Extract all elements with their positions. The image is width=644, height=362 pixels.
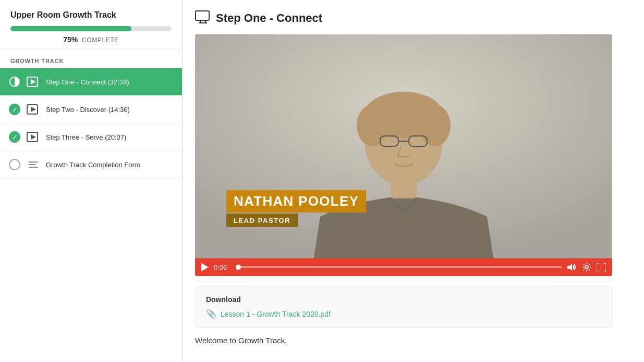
status-icon-step-one bbox=[8, 76, 21, 88]
video-icon-step-three bbox=[26, 130, 41, 144]
svg-marker-23 bbox=[201, 263, 209, 271]
svg-marker-24 bbox=[567, 264, 572, 271]
welcome-text: Welcome to Growth Track. bbox=[195, 336, 612, 345]
sidebar-item-step-one[interactable]: Step One - Connect (32:38) bbox=[0, 68, 182, 96]
download-label: Download bbox=[206, 295, 601, 304]
video-thumbnail: NATHAN POOLEY LEAD PASTOR bbox=[195, 34, 612, 258]
time-display: 0:06 bbox=[214, 264, 232, 271]
name-overlay: NATHAN POOLEY LEAD PASTOR bbox=[226, 190, 366, 227]
status-icon-step-three: ✓ bbox=[8, 131, 21, 143]
monitor-svg bbox=[195, 10, 211, 24]
lines-icon bbox=[29, 161, 38, 168]
settings-icon bbox=[582, 263, 591, 272]
check-icon-step-three: ✓ bbox=[9, 131, 20, 143]
name-bar: NATHAN POOLEY bbox=[226, 190, 366, 213]
half-circle-icon bbox=[9, 76, 20, 88]
paperclip-icon: 📎 bbox=[206, 309, 216, 319]
item-label-step-three: Step Three - Serve (20:07) bbox=[46, 133, 126, 141]
svg-marker-2 bbox=[31, 79, 36, 84]
play-icon bbox=[201, 263, 209, 271]
section-label: GROWTH TRACK bbox=[0, 49, 182, 68]
download-link[interactable]: 📎 Lesson 1 - Growth Track 2020.pdf bbox=[206, 309, 601, 319]
person-name: NATHAN POOLEY bbox=[234, 193, 359, 209]
status-icon-step-two: ✓ bbox=[8, 103, 21, 116]
volume-icon bbox=[567, 263, 577, 271]
progress-percent: 75% bbox=[63, 35, 78, 44]
person-title: LEAD PASTOR bbox=[234, 217, 290, 224]
empty-circle-icon bbox=[9, 159, 20, 170]
content-header: Step One - Connect bbox=[195, 10, 631, 26]
progress-suffix: COMPLETE bbox=[82, 36, 119, 44]
item-label-form: Growth Track Completion Form bbox=[46, 161, 140, 169]
fullscreen-button[interactable] bbox=[597, 263, 606, 271]
video-box-icon-2 bbox=[27, 104, 40, 115]
content-title: Step One - Connect bbox=[216, 11, 322, 25]
volume-button[interactable] bbox=[567, 263, 577, 271]
fullscreen-icon bbox=[597, 263, 606, 271]
sidebar-header: Upper Room Growth Track 75% COMPLETE bbox=[0, 0, 182, 49]
video-icon-step-one bbox=[26, 74, 41, 89]
download-file-name: Lesson 1 - Growth Track 2020.pdf bbox=[221, 310, 331, 318]
svg-point-25 bbox=[585, 266, 588, 269]
monitor-icon bbox=[195, 10, 211, 26]
video-icon-step-two bbox=[26, 102, 41, 117]
svg-rect-7 bbox=[196, 11, 209, 20]
sidebar-item-step-two[interactable]: ✓ Step Two - Discover (14:36) bbox=[0, 96, 182, 123]
play-button[interactable] bbox=[201, 263, 209, 271]
video-progress-bar[interactable] bbox=[237, 266, 562, 268]
progress-bar-track bbox=[10, 26, 172, 31]
video-box-icon-3 bbox=[27, 132, 40, 142]
form-icon bbox=[26, 157, 41, 172]
svg-point-16 bbox=[357, 105, 388, 146]
item-label-step-two: Step Two - Discover (14:36) bbox=[46, 106, 130, 114]
svg-marker-4 bbox=[31, 107, 36, 112]
item-label-step-one: Step One - Connect (32:38) bbox=[46, 78, 129, 86]
main-content: Step One - Connect bbox=[183, 0, 644, 362]
sidebar-item-step-three[interactable]: ✓ Step Three - Serve (20:07) bbox=[0, 123, 182, 151]
settings-button[interactable] bbox=[582, 263, 591, 272]
svg-point-22 bbox=[427, 222, 474, 248]
sidebar-title: Upper Room Growth Track bbox=[10, 10, 172, 20]
sidebar: Upper Room Growth Track 75% COMPLETE GRO… bbox=[0, 0, 183, 362]
download-section: Download 📎 Lesson 1 - Growth Track 2020.… bbox=[195, 286, 612, 328]
status-icon-form bbox=[8, 158, 21, 171]
svg-marker-6 bbox=[31, 134, 36, 140]
title-bar: LEAD PASTOR bbox=[226, 214, 298, 227]
video-player[interactable]: NATHAN POOLEY LEAD PASTOR 0:06 bbox=[195, 34, 612, 276]
video-box-icon bbox=[27, 77, 40, 87]
check-icon-step-two: ✓ bbox=[9, 104, 20, 115]
svg-point-17 bbox=[419, 105, 451, 146]
progress-label: 75% COMPLETE bbox=[10, 35, 172, 44]
video-controls: 0:06 bbox=[195, 258, 612, 276]
progress-bar-fill bbox=[10, 26, 131, 31]
sidebar-item-completion-form[interactable]: Growth Track Completion Form bbox=[0, 151, 182, 179]
progress-played bbox=[237, 266, 238, 268]
